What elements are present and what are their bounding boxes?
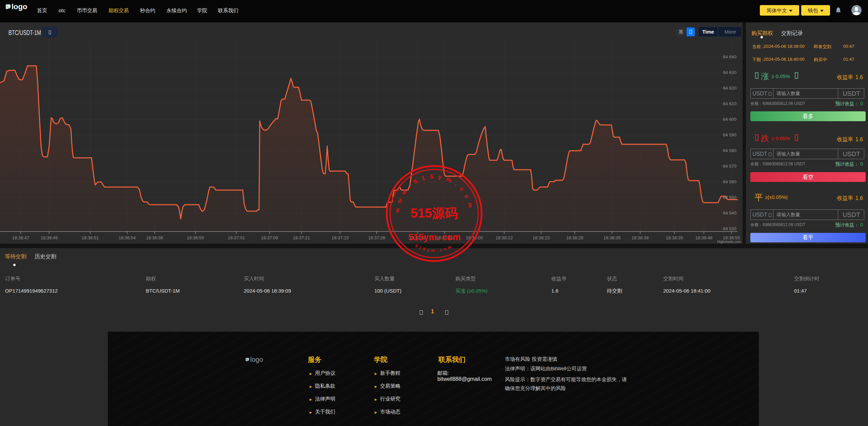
svg-text:64 630: 64 630 [723, 70, 736, 75]
svg-text:18:36:47: 18:36:47 [12, 235, 29, 240]
svg-text:18:37:01: 18:37:01 [228, 235, 245, 240]
svg-text:64 550: 64 550 [723, 195, 736, 200]
svg-text:18:38:39: 18:38:39 [666, 235, 683, 240]
svg-text:18:38:38: 18:38:38 [632, 235, 649, 240]
svg-text:64 570: 64 570 [723, 164, 736, 169]
svg-text:18:38:12: 18:38:12 [496, 235, 513, 240]
svg-text:64 640: 64 640 [723, 54, 736, 59]
svg-text:64 580: 64 580 [723, 148, 736, 153]
svg-text:515源码: 515源码 [411, 206, 458, 220]
svg-text:64 590: 64 590 [723, 132, 736, 137]
svg-text:18:37:09: 18:37:09 [261, 235, 278, 240]
svg-text:515ym.com: 515ym.com [414, 243, 454, 253]
svg-text:64 610: 64 610 [723, 101, 736, 106]
svg-text:18:36:56: 18:36:56 [146, 235, 163, 240]
svg-text:Highcharts.com: Highcharts.com [717, 240, 741, 244]
svg-text:64 560: 64 560 [723, 179, 736, 184]
svg-text:64 620: 64 620 [723, 86, 736, 91]
svg-text:18:38:55: 18:38:55 [723, 235, 740, 240]
svg-text:515ym. com: 515ym. com [408, 232, 461, 242]
svg-text:18:36:51: 18:36:51 [82, 235, 99, 240]
svg-text:18:37:23: 18:37:23 [332, 235, 349, 240]
svg-text:18:37:21: 18:37:21 [293, 235, 310, 240]
svg-text:64 530: 64 530 [723, 226, 736, 231]
svg-text:18:38:35: 18:38:35 [604, 235, 621, 240]
svg-text:18:38:48: 18:38:48 [695, 235, 713, 240]
svg-text:64 540: 64 540 [723, 210, 736, 216]
svg-text:18:36:59: 18:36:59 [187, 235, 204, 240]
svg-text:18:38:23: 18:38:23 [533, 235, 550, 240]
svg-text:64 600: 64 600 [723, 117, 736, 122]
svg-text:18:36:49: 18:36:49 [41, 235, 58, 240]
svg-text:18:38:28: 18:38:28 [566, 235, 584, 240]
svg-text:18:36:54: 18:36:54 [119, 235, 136, 240]
